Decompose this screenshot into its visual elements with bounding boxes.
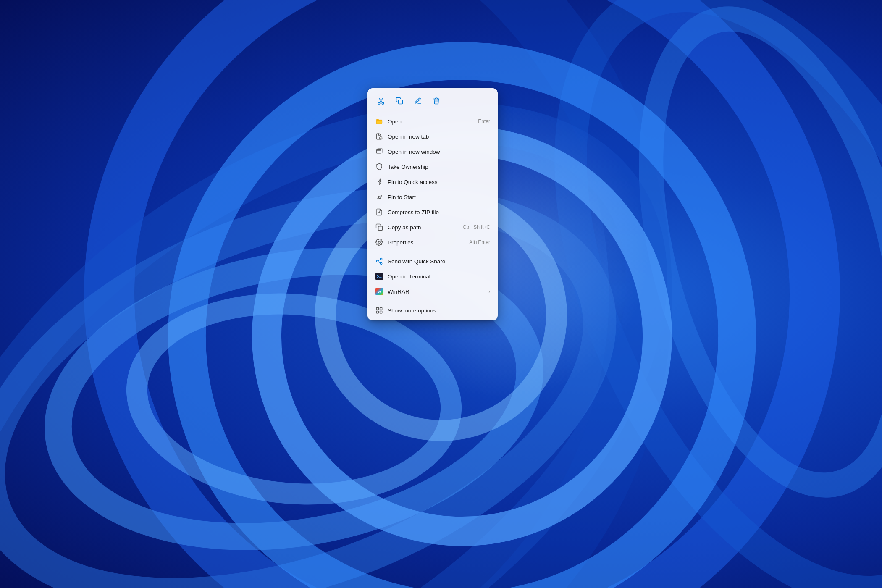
more-options-icon — [375, 306, 383, 315]
open-label: Open — [388, 118, 474, 125]
menu-item-more-options[interactable]: Show more options — [369, 303, 496, 318]
menu-item-pin-quick-access[interactable]: Pin to Quick access — [369, 174, 496, 189]
svg-line-16 — [378, 262, 380, 263]
copy-path-label: Copy as path — [388, 224, 459, 231]
svg-rect-3 — [376, 121, 382, 124]
copy-path-icon — [375, 223, 383, 231]
new-tab-icon — [375, 132, 383, 141]
pin-start-label: Pin to Start — [388, 194, 490, 200]
compress-zip-label: Compress to ZIP file — [388, 209, 490, 215]
svg-point-12 — [378, 242, 381, 244]
zip-icon — [375, 208, 383, 216]
delete-button[interactable] — [429, 93, 444, 108]
pin-start-icon — [375, 193, 383, 201]
menu-item-properties[interactable]: Properties Alt+Enter — [369, 235, 496, 250]
rename-button[interactable] — [410, 93, 425, 108]
svg-line-17 — [378, 260, 380, 261]
properties-shortcut: Alt+Enter — [469, 239, 490, 245]
menu-item-pin-start[interactable]: Pin to Start — [369, 189, 496, 205]
menu-item-compress-zip[interactable]: Compress to ZIP file — [369, 205, 496, 220]
shield-icon — [375, 163, 383, 171]
winrar-label: WinRAR — [388, 289, 484, 295]
svg-rect-21 — [376, 311, 378, 313]
svg-rect-19 — [376, 307, 378, 310]
context-menu-toolbar — [368, 91, 498, 112]
menu-divider-2 — [368, 301, 498, 301]
menu-item-open[interactable]: Open Enter — [369, 114, 496, 129]
menu-item-quick-share[interactable]: Send with Quick Share — [369, 254, 496, 269]
winrar-arrow: › — [488, 289, 490, 294]
svg-rect-20 — [380, 307, 382, 310]
pin-quick-access-label: Pin to Quick access — [388, 179, 490, 185]
open-new-tab-label: Open in new tab — [388, 134, 490, 140]
svg-rect-11 — [378, 226, 383, 231]
context-menu: Open Enter Open in new tab Open in new w… — [368, 88, 498, 320]
more-options-label: Show more options — [388, 307, 490, 314]
winrar-icon: W — [375, 287, 383, 296]
properties-icon — [375, 238, 383, 247]
terminal-icon — [375, 272, 383, 281]
copy-button[interactable] — [392, 93, 407, 108]
quick-share-icon — [375, 257, 383, 265]
svg-rect-7 — [376, 150, 381, 153]
open-shortcut: Enter — [478, 118, 490, 124]
new-window-icon — [375, 147, 383, 156]
take-ownership-label: Take Ownership — [388, 164, 490, 170]
menu-item-winrar[interactable]: W WinRAR › — [369, 284, 496, 299]
open-new-window-label: Open in new window — [388, 149, 490, 155]
menu-item-open-new-tab[interactable]: Open in new tab — [369, 129, 496, 144]
folder-icon — [375, 117, 383, 126]
svg-rect-22 — [380, 311, 382, 313]
svg-rect-2 — [399, 100, 403, 104]
menu-item-open-terminal[interactable]: Open in Terminal — [369, 269, 496, 284]
menu-item-copy-path[interactable]: Copy as path Ctrl+Shift+C — [369, 220, 496, 235]
open-terminal-label: Open in Terminal — [388, 273, 490, 280]
menu-item-take-ownership[interactable]: Take Ownership — [369, 159, 496, 174]
quick-share-label: Send with Quick Share — [388, 258, 490, 265]
menu-item-open-new-window[interactable]: Open in new window — [369, 144, 496, 159]
copy-path-shortcut: Ctrl+Shift+C — [463, 224, 490, 230]
cut-button[interactable] — [373, 93, 388, 108]
pin-quick-access-icon — [375, 178, 383, 186]
menu-divider-1 — [368, 252, 498, 252]
properties-label: Properties — [388, 239, 465, 246]
